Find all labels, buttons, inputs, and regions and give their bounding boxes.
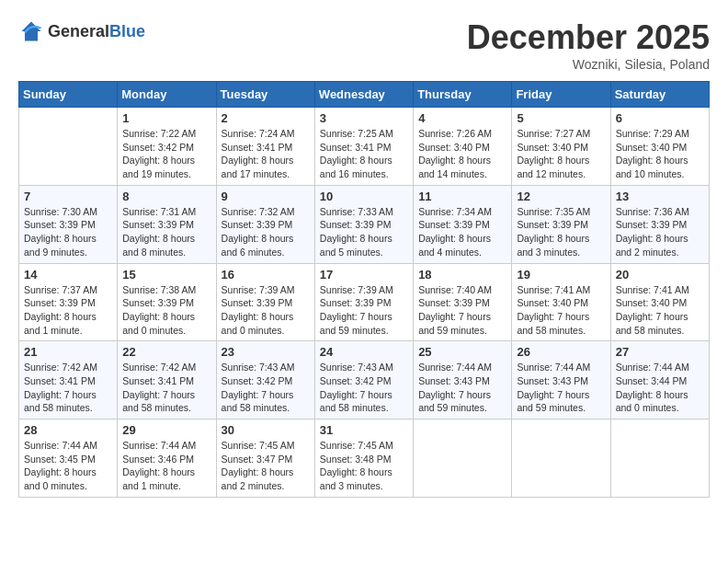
day-number: 31	[320, 423, 408, 437]
day-number: 8	[122, 190, 210, 203]
day-number: 18	[418, 268, 506, 282]
calendar-cell: 29Sunrise: 7:44 AMSunset: 3:46 PMDayligh…	[118, 419, 216, 498]
day-number: 23	[222, 345, 310, 359]
calendar-cell: 30Sunrise: 7:45 AMSunset: 3:47 PMDayligh…	[216, 419, 314, 498]
calendar-cell: 26Sunrise: 7:44 AMSunset: 3:43 PMDayligh…	[512, 341, 610, 419]
day-info: Sunrise: 7:36 AMSunset: 3:39 PMDaylight:…	[616, 205, 704, 259]
day-number: 1	[122, 111, 210, 125]
day-info: Sunrise: 7:44 AMSunset: 3:46 PMDaylight:…	[122, 439, 210, 493]
calendar-cell: 20Sunrise: 7:41 AMSunset: 3:40 PMDayligh…	[610, 263, 709, 341]
calendar-cell: 8Sunrise: 7:31 AMSunset: 3:39 PMDaylight…	[118, 185, 216, 263]
calendar-cell: 1Sunrise: 7:22 AMSunset: 3:42 PMDaylight…	[118, 108, 216, 186]
day-info: Sunrise: 7:27 AMSunset: 3:40 PMDaylight:…	[517, 127, 605, 181]
day-info: Sunrise: 7:44 AMSunset: 3:43 PMDaylight:…	[517, 361, 605, 415]
calendar-cell: 23Sunrise: 7:43 AMSunset: 3:42 PMDayligh…	[216, 341, 314, 419]
calendar-cell: 31Sunrise: 7:45 AMSunset: 3:48 PMDayligh…	[314, 419, 413, 498]
month-title: December 2025	[467, 18, 710, 57]
day-number: 5	[517, 111, 605, 125]
day-number: 25	[418, 345, 506, 359]
day-info: Sunrise: 7:30 AMSunset: 3:39 PMDaylight:…	[24, 205, 112, 259]
header-day-sunday: Sunday	[19, 82, 118, 108]
day-info: Sunrise: 7:44 AMSunset: 3:43 PMDaylight:…	[418, 361, 506, 415]
header-day-monday: Monday	[118, 82, 216, 108]
calendar-cell: 5Sunrise: 7:27 AMSunset: 3:40 PMDaylight…	[512, 108, 610, 186]
day-info: Sunrise: 7:31 AMSunset: 3:39 PMDaylight:…	[122, 205, 210, 259]
day-info: Sunrise: 7:38 AMSunset: 3:39 PMDaylight:…	[122, 283, 210, 338]
calendar-cell: 3Sunrise: 7:25 AMSunset: 3:41 PMDaylight…	[314, 108, 413, 186]
calendar-cell: 14Sunrise: 7:37 AMSunset: 3:39 PMDayligh…	[19, 263, 118, 341]
header-day-saturday: Saturday	[610, 82, 709, 108]
calendar-cell: 13Sunrise: 7:36 AMSunset: 3:39 PMDayligh…	[610, 185, 709, 263]
logo-general: General	[48, 22, 109, 40]
header-day-wednesday: Wednesday	[314, 82, 413, 108]
calendar-cell: 16Sunrise: 7:39 AMSunset: 3:39 PMDayligh…	[216, 263, 314, 341]
calendar-week-1: 7Sunrise: 7:30 AMSunset: 3:39 PMDaylight…	[19, 185, 710, 263]
calendar-cell: 21Sunrise: 7:42 AMSunset: 3:41 PMDayligh…	[19, 341, 118, 419]
calendar-cell: 11Sunrise: 7:34 AMSunset: 3:39 PMDayligh…	[414, 185, 512, 263]
calendar-table: SundayMondayTuesdayWednesdayThursdayFrid…	[18, 81, 710, 498]
calendar-cell: 2Sunrise: 7:24 AMSunset: 3:41 PMDaylight…	[216, 108, 314, 186]
day-number: 12	[517, 190, 605, 203]
day-info: Sunrise: 7:43 AMSunset: 3:42 PMDaylight:…	[222, 361, 310, 415]
calendar-week-4: 28Sunrise: 7:44 AMSunset: 3:45 PMDayligh…	[19, 419, 710, 498]
page-header: GeneralBlue December 2025 Wozniki, Siles…	[18, 18, 710, 72]
calendar-week-2: 14Sunrise: 7:37 AMSunset: 3:39 PMDayligh…	[19, 263, 710, 341]
day-info: Sunrise: 7:29 AMSunset: 3:40 PMDaylight:…	[616, 127, 704, 181]
day-info: Sunrise: 7:34 AMSunset: 3:39 PMDaylight:…	[418, 205, 506, 259]
logo-icon	[18, 18, 44, 44]
calendar-cell	[19, 108, 118, 186]
day-number: 26	[517, 345, 605, 359]
day-info: Sunrise: 7:41 AMSunset: 3:40 PMDaylight:…	[517, 283, 605, 338]
day-number: 2	[222, 111, 310, 125]
day-info: Sunrise: 7:40 AMSunset: 3:39 PMDaylight:…	[418, 283, 506, 338]
calendar-cell	[610, 419, 709, 498]
day-info: Sunrise: 7:26 AMSunset: 3:40 PMDaylight:…	[418, 127, 506, 181]
calendar-cell: 17Sunrise: 7:39 AMSunset: 3:39 PMDayligh…	[314, 263, 413, 341]
day-number: 20	[616, 268, 704, 282]
logo: GeneralBlue	[18, 18, 145, 44]
location: Wozniki, Silesia, Poland	[467, 57, 710, 72]
day-number: 3	[320, 111, 408, 125]
header-day-tuesday: Tuesday	[216, 82, 314, 108]
calendar-cell: 27Sunrise: 7:44 AMSunset: 3:44 PMDayligh…	[610, 341, 709, 419]
logo-text: GeneralBlue	[48, 22, 145, 41]
day-info: Sunrise: 7:41 AMSunset: 3:40 PMDaylight:…	[616, 283, 704, 338]
day-info: Sunrise: 7:45 AMSunset: 3:47 PMDaylight:…	[222, 439, 310, 493]
calendar-cell	[512, 419, 610, 498]
day-info: Sunrise: 7:39 AMSunset: 3:39 PMDaylight:…	[320, 283, 408, 338]
day-info: Sunrise: 7:32 AMSunset: 3:39 PMDaylight:…	[222, 205, 310, 259]
day-number: 24	[320, 345, 408, 359]
day-number: 28	[24, 423, 112, 437]
day-info: Sunrise: 7:25 AMSunset: 3:41 PMDaylight:…	[320, 127, 408, 181]
day-info: Sunrise: 7:44 AMSunset: 3:44 PMDaylight:…	[616, 361, 704, 415]
day-number: 13	[616, 190, 704, 203]
calendar-week-0: 1Sunrise: 7:22 AMSunset: 3:42 PMDaylight…	[19, 108, 710, 186]
svg-marker-0	[22, 22, 41, 41]
day-number: 10	[320, 190, 408, 203]
calendar-cell: 12Sunrise: 7:35 AMSunset: 3:39 PMDayligh…	[512, 185, 610, 263]
calendar-cell: 22Sunrise: 7:42 AMSunset: 3:41 PMDayligh…	[118, 341, 216, 419]
day-number: 21	[24, 345, 112, 359]
day-number: 30	[222, 423, 310, 437]
header-day-thursday: Thursday	[414, 82, 512, 108]
calendar-cell: 25Sunrise: 7:44 AMSunset: 3:43 PMDayligh…	[414, 341, 512, 419]
calendar-cell: 18Sunrise: 7:40 AMSunset: 3:39 PMDayligh…	[414, 263, 512, 341]
calendar-cell: 19Sunrise: 7:41 AMSunset: 3:40 PMDayligh…	[512, 263, 610, 341]
day-info: Sunrise: 7:35 AMSunset: 3:39 PMDaylight:…	[517, 205, 605, 259]
day-info: Sunrise: 7:39 AMSunset: 3:39 PMDaylight:…	[222, 283, 310, 338]
day-info: Sunrise: 7:44 AMSunset: 3:45 PMDaylight:…	[24, 439, 112, 493]
calendar-cell: 10Sunrise: 7:33 AMSunset: 3:39 PMDayligh…	[314, 185, 413, 263]
calendar-cell: 7Sunrise: 7:30 AMSunset: 3:39 PMDaylight…	[19, 185, 118, 263]
calendar-cell: 15Sunrise: 7:38 AMSunset: 3:39 PMDayligh…	[118, 263, 216, 341]
calendar-cell: 9Sunrise: 7:32 AMSunset: 3:39 PMDaylight…	[216, 185, 314, 263]
calendar-cell	[414, 419, 512, 498]
day-info: Sunrise: 7:22 AMSunset: 3:42 PMDaylight:…	[122, 127, 210, 181]
header-row: SundayMondayTuesdayWednesdayThursdayFrid…	[19, 82, 710, 108]
logo-blue: Blue	[109, 22, 145, 40]
calendar-week-3: 21Sunrise: 7:42 AMSunset: 3:41 PMDayligh…	[19, 341, 710, 419]
title-area: December 2025 Wozniki, Silesia, Poland	[467, 18, 710, 72]
calendar-cell: 24Sunrise: 7:43 AMSunset: 3:42 PMDayligh…	[314, 341, 413, 419]
calendar-header: SundayMondayTuesdayWednesdayThursdayFrid…	[19, 82, 710, 108]
header-day-friday: Friday	[512, 82, 610, 108]
day-info: Sunrise: 7:45 AMSunset: 3:48 PMDaylight:…	[320, 439, 408, 493]
